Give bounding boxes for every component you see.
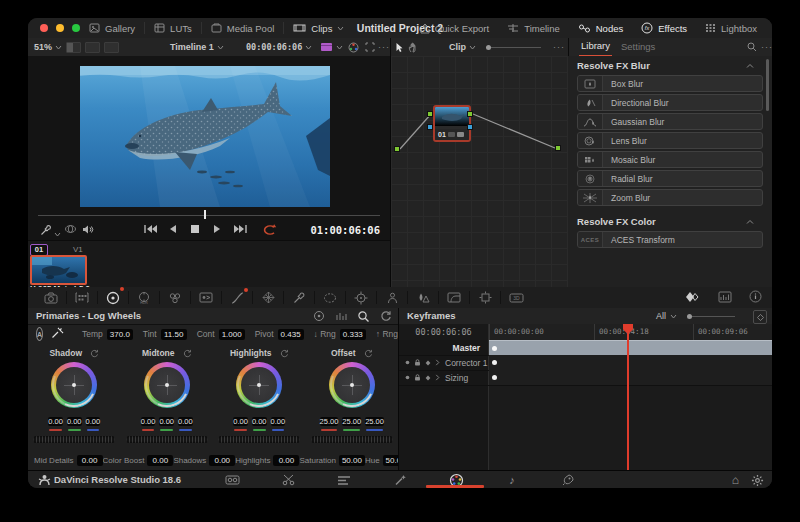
slider-knob[interactable] bbox=[486, 45, 491, 50]
bars-mode-icon[interactable] bbox=[335, 311, 347, 322]
minimize-button[interactable] bbox=[56, 24, 64, 32]
color-wheels-tab[interactable] bbox=[98, 291, 128, 305]
color-boost-value[interactable]: 0.00 bbox=[147, 455, 173, 466]
library-options-button[interactable]: ··· bbox=[761, 38, 772, 56]
go-to-start-button[interactable] bbox=[144, 224, 157, 234]
node-zoom-slider[interactable] bbox=[486, 38, 541, 56]
midtone-green-value[interactable]: 0.00 bbox=[159, 417, 174, 426]
node-enabled-badge[interactable] bbox=[457, 132, 464, 137]
keyframe-marker[interactable] bbox=[492, 375, 497, 380]
mid-details-value[interactable]: 0.00 bbox=[77, 455, 103, 466]
flags-select[interactable] bbox=[320, 38, 343, 56]
source-port[interactable] bbox=[394, 146, 400, 152]
master-track-lane[interactable] bbox=[489, 340, 772, 355]
zoom-button[interactable] bbox=[72, 24, 80, 32]
scopes-panel-toggle[interactable] bbox=[718, 291, 732, 305]
reset-icon[interactable] bbox=[280, 349, 289, 358]
cut-page-button[interactable] bbox=[280, 472, 296, 488]
library-scrollbar[interactable] bbox=[766, 59, 769, 111]
viewer-zoom-select[interactable]: 51% bbox=[34, 38, 62, 56]
temp-value[interactable]: 370.0 bbox=[107, 329, 133, 340]
offset-green-value[interactable]: 25.00 bbox=[342, 417, 361, 426]
wipe-toggle[interactable] bbox=[104, 42, 119, 53]
low-range-value[interactable]: 0.333 bbox=[340, 329, 366, 340]
highlights-blue-value[interactable]: 0.00 bbox=[271, 417, 286, 426]
highlights-value[interactable]: 0.00 bbox=[273, 455, 299, 466]
fx-card-aces-transform[interactable]: ACES ACES Transform bbox=[577, 231, 763, 248]
effects-button[interactable]: fx Effects bbox=[632, 18, 696, 38]
midtone-red-value[interactable]: 0.00 bbox=[141, 417, 156, 426]
highlights-red-value[interactable]: 0.00 bbox=[233, 417, 248, 426]
node-mode-select[interactable]: Clip bbox=[449, 38, 476, 56]
corrector-node[interactable]: 01 bbox=[433, 105, 471, 142]
home-icon[interactable]: ⌂ bbox=[732, 474, 739, 486]
keyframes-playhead[interactable] bbox=[627, 324, 629, 470]
motion-effects-tab[interactable] bbox=[191, 292, 221, 303]
node-rgb-output-port[interactable] bbox=[467, 111, 473, 117]
reset-palette-icon[interactable] bbox=[380, 310, 392, 322]
shadows-control[interactable]: Shadows 0.00 bbox=[173, 455, 235, 466]
quick-export-button[interactable]: Quick Export bbox=[411, 18, 498, 38]
single-viewer-toggle[interactable] bbox=[66, 42, 81, 53]
fx-card-box-blur[interactable]: Box Blur bbox=[577, 75, 763, 92]
fx-card-lens-blur[interactable]: Lens Blur bbox=[577, 132, 763, 149]
node-key-input-port[interactable] bbox=[427, 124, 433, 130]
edit-page-button[interactable] bbox=[336, 472, 352, 488]
fairlight-page-button[interactable]: ♪ bbox=[504, 472, 520, 488]
keyframes-panel-toggle[interactable] bbox=[685, 291, 701, 305]
highlights-color-wheel[interactable] bbox=[236, 362, 282, 408]
node-rgb-input-port[interactable] bbox=[427, 111, 433, 117]
slider-knob[interactable] bbox=[687, 314, 692, 319]
master-track-row[interactable]: Master bbox=[399, 340, 772, 356]
step-back-button[interactable] bbox=[169, 224, 177, 234]
shadow-color-wheel[interactable] bbox=[51, 362, 97, 408]
loop-button[interactable] bbox=[262, 224, 277, 236]
fx-card-mosaic-blur[interactable]: Mosaic Blur bbox=[577, 151, 763, 168]
sizing-tab[interactable] bbox=[470, 291, 500, 304]
midtone-master-wheel[interactable] bbox=[126, 436, 208, 443]
collapse-section-icon[interactable] bbox=[746, 219, 754, 225]
media-pool-button[interactable]: Media Pool bbox=[202, 18, 284, 38]
go-to-end-button[interactable] bbox=[234, 224, 247, 234]
color-viewer-button[interactable] bbox=[348, 38, 359, 56]
sizing-track-row[interactable]: Sizing bbox=[399, 370, 772, 386]
power-windows-tab[interactable] bbox=[315, 292, 345, 304]
keyframes-filter-select[interactable]: All bbox=[656, 308, 677, 324]
contrast-value[interactable]: 1.000 bbox=[219, 329, 245, 340]
mute-button[interactable] bbox=[82, 224, 94, 235]
offset-master-wheel[interactable] bbox=[311, 436, 393, 443]
reset-icon[interactable] bbox=[364, 349, 373, 358]
qualifier-tab[interactable] bbox=[284, 291, 314, 304]
library-search-button[interactable] bbox=[747, 38, 757, 56]
color-match-tab[interactable] bbox=[67, 292, 97, 303]
tint-control[interactable]: Tint 11.50 bbox=[143, 329, 187, 340]
info-button[interactable] bbox=[749, 290, 762, 305]
node-graph[interactable]: 01 bbox=[390, 56, 570, 287]
tint-value[interactable]: 11.50 bbox=[161, 329, 187, 340]
viewer-options-button[interactable]: ··· bbox=[378, 38, 390, 56]
sizing-track-lane[interactable] bbox=[489, 370, 772, 385]
highlights-green-value[interactable]: 0.00 bbox=[252, 417, 267, 426]
nodes-button[interactable]: Nodes bbox=[569, 18, 632, 38]
lock-icon[interactable] bbox=[414, 374, 421, 381]
gallery-button[interactable]: Gallery bbox=[80, 18, 144, 38]
reset-icon[interactable] bbox=[183, 349, 192, 358]
highlights-control[interactable]: Highlights 0.00 bbox=[235, 455, 299, 466]
add-keyframe-button[interactable] bbox=[753, 310, 767, 324]
key-tab[interactable] bbox=[439, 292, 469, 303]
highlight-button[interactable] bbox=[64, 224, 77, 234]
saturation-value[interactable]: 50.00 bbox=[339, 455, 365, 466]
tab-settings[interactable]: Settings bbox=[619, 38, 657, 56]
gear-icon[interactable] bbox=[751, 474, 764, 487]
viewer-timecode-select[interactable]: 00:00:06:06 bbox=[246, 38, 312, 56]
keyframe-marker[interactable] bbox=[492, 360, 497, 365]
step-forward-button[interactable] bbox=[213, 224, 221, 234]
pivot-value[interactable]: 0.435 bbox=[278, 329, 304, 340]
zoom-mode-icon[interactable] bbox=[357, 310, 370, 323]
offset-red-value[interactable]: 25.00 bbox=[320, 417, 339, 426]
select-tool-button[interactable] bbox=[395, 38, 404, 56]
clip-thumbnail[interactable] bbox=[30, 255, 87, 285]
midtone-color-wheel[interactable] bbox=[144, 362, 190, 408]
contrast-control[interactable]: Cont 1.000 bbox=[197, 329, 245, 340]
mid-details-control[interactable]: Mid Details 0.00 bbox=[34, 455, 103, 466]
